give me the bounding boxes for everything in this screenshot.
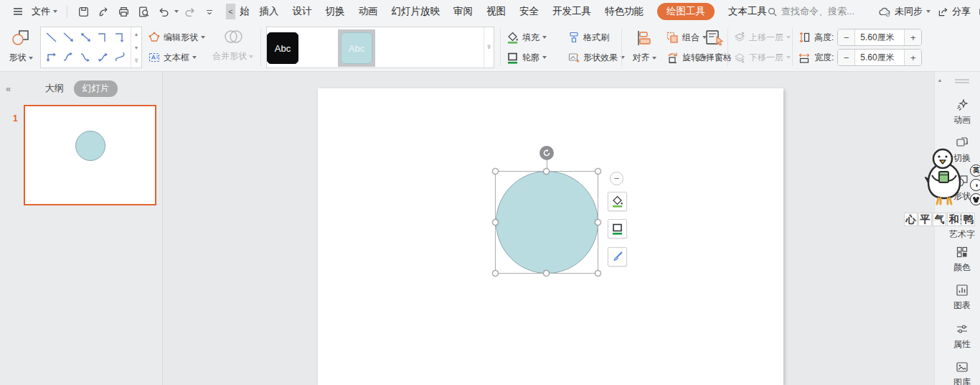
shape-double-arrow[interactable] xyxy=(77,28,94,47)
tab-view[interactable]: 视图 xyxy=(486,5,506,18)
slide-thumbnail-selected[interactable] xyxy=(24,105,156,205)
shape-curved-connector[interactable] xyxy=(60,47,77,67)
redo-button[interactable] xyxy=(180,3,199,20)
width-value-field[interactable]: 5.60厘米 xyxy=(854,50,905,65)
sidebar-item-chart[interactable]: 图表 xyxy=(944,283,980,312)
style-tile-3-selected[interactable]: Abc xyxy=(338,29,375,67)
shape-s-curve[interactable] xyxy=(112,47,129,67)
scroll-up-arrow[interactable]: ▲ xyxy=(935,78,945,83)
gallery-scroll-up-button[interactable]: ▲ xyxy=(131,27,141,41)
height-value-field[interactable]: 5.60厘米 xyxy=(854,29,905,45)
style-gallery-expand-button[interactable]: ⊽ xyxy=(484,27,494,68)
height-decrease-button[interactable]: − xyxy=(838,29,854,45)
shape-gallery-scroll: ▲ ▼ ⊽ xyxy=(131,27,141,68)
textbox-label: 文本框 xyxy=(164,52,189,64)
tab-review[interactable]: 审阅 xyxy=(453,5,473,18)
main-area: « 大纲 幻灯片 1 − xyxy=(0,72,980,385)
shapes-button[interactable]: 形状 xyxy=(4,26,37,69)
textbox-button[interactable]: 文本框 xyxy=(148,48,197,67)
tab-slides-active[interactable]: 幻灯片 xyxy=(74,80,118,97)
tab-animation[interactable]: 动画 xyxy=(359,5,378,18)
style-tile-6[interactable]: Abc xyxy=(267,32,298,64)
selection-handle-n[interactable] xyxy=(543,168,550,175)
fill-bucket-icon xyxy=(611,195,624,208)
file-menu-button[interactable]: 文件 xyxy=(29,5,60,18)
tab-text-tools[interactable]: 文本工具 xyxy=(728,5,767,18)
sync-status-button[interactable]: 未同步 xyxy=(879,5,930,18)
shape-curved-arrow-connector[interactable] xyxy=(77,47,94,67)
selection-pane-button[interactable]: 选择窗格 xyxy=(692,26,738,69)
chevron-down-icon xyxy=(652,57,656,60)
command-search-input[interactable]: 查找命令、搜索... xyxy=(767,5,872,18)
gallery-expand-button[interactable]: ⊽ xyxy=(131,54,141,68)
align-button[interactable]: 对齐 xyxy=(626,26,663,69)
send-backward-button-disabled[interactable]: 下移一层 xyxy=(733,48,791,67)
tab-developer[interactable]: 开发工具 xyxy=(552,5,591,18)
quick-fill-button[interactable] xyxy=(608,192,627,211)
export-pdf-button[interactable] xyxy=(94,3,113,20)
print-preview-button[interactable] xyxy=(134,3,153,20)
wps-presentation-window: { "menubar": { "file_label": "文件", "ribb… xyxy=(0,0,980,385)
width-control: 宽度: − 5.60厘米 + xyxy=(798,48,922,67)
height-control: 高度: − 5.60厘米 + xyxy=(798,28,922,47)
sidebar-item-animation[interactable]: 动画 xyxy=(944,98,980,126)
collapse-quick-tools-button[interactable]: − xyxy=(610,172,623,185)
quick-access-customize-button[interactable] xyxy=(200,3,219,20)
rotate-handle[interactable] xyxy=(540,146,554,160)
width-decrease-button[interactable]: − xyxy=(838,50,854,65)
height-increase-button[interactable]: + xyxy=(905,29,921,45)
ribbon-scroll-left-button[interactable]: < xyxy=(226,4,235,19)
gallery-scroll-down-button[interactable]: ▼ xyxy=(131,41,141,55)
quick-outline-button[interactable] xyxy=(608,219,627,238)
fill-button[interactable]: 填充 xyxy=(506,28,547,47)
edit-shape-button[interactable]: 编辑形状 xyxy=(148,28,205,47)
cloud-sync-icon xyxy=(879,6,891,17)
selection-handle-ne[interactable] xyxy=(595,168,601,175)
print-button[interactable] xyxy=(114,3,133,20)
shape-elbow-double-arrow[interactable] xyxy=(42,47,60,67)
selection-handle-w[interactable] xyxy=(492,219,499,226)
sidebar-item-transition[interactable]: 切换 xyxy=(944,136,980,164)
textbox-icon xyxy=(148,51,161,64)
shape-curved-double-arrow[interactable] xyxy=(95,47,112,67)
tab-outline[interactable]: 大纲 xyxy=(45,82,64,95)
selection-handle-s[interactable] xyxy=(543,270,550,277)
undo-button[interactable] xyxy=(154,3,173,20)
editing-canvas[interactable]: − xyxy=(163,72,934,385)
shapes-icon xyxy=(11,29,30,47)
selection-handle-e[interactable] xyxy=(595,219,601,226)
tab-slideshow[interactable]: 幻灯片放映 xyxy=(392,5,440,18)
collapse-panel-button[interactable]: « xyxy=(6,83,9,94)
share-button[interactable]: 分享 xyxy=(938,5,971,18)
canvas-vertical-scrollbar[interactable]: ▲ xyxy=(934,72,944,385)
quick-style-brush-button[interactable] xyxy=(608,247,627,266)
hamburger-menu-icon[interactable] xyxy=(9,3,27,20)
tab-home-partial[interactable]: 始 xyxy=(240,5,250,18)
tab-design[interactable]: 设计 xyxy=(293,5,312,18)
tab-transition[interactable]: 切换 xyxy=(326,5,345,18)
shape-arrow[interactable] xyxy=(60,28,77,47)
format-painter-button[interactable]: 格式刷 xyxy=(567,28,609,47)
bring-forward-button-disabled[interactable]: 上移一层 xyxy=(733,28,791,47)
shape-elbow-connector[interactable] xyxy=(95,28,112,47)
selection-handle-sw[interactable] xyxy=(492,270,499,277)
sidebar-item-properties[interactable]: 属性 xyxy=(944,322,980,351)
shape-effects-button[interactable]: 形状效果 xyxy=(567,48,625,67)
width-increase-button[interactable]: + xyxy=(905,50,921,65)
sidebar-item-colors[interactable]: 颜色 xyxy=(944,245,980,274)
selection-handle-nw[interactable] xyxy=(492,168,499,175)
sidebar-item-gallery[interactable]: 图库 xyxy=(944,360,980,385)
shape-line[interactable] xyxy=(42,28,60,47)
shape-elbow-arrow-connector[interactable] xyxy=(112,28,129,47)
outline-button[interactable]: 轮廓 xyxy=(506,48,547,67)
save-button[interactable] xyxy=(74,3,93,20)
undo-options-chevron[interactable] xyxy=(174,10,179,13)
sidebar-item-wordart[interactable]: 艺术字 xyxy=(944,212,980,241)
tab-security[interactable]: 安全 xyxy=(519,5,539,18)
sidebar-item-shapes[interactable]: 形状 xyxy=(944,174,980,203)
tab-insert[interactable]: 插入 xyxy=(260,5,279,18)
selection-handle-se[interactable] xyxy=(595,270,601,277)
tab-drawing-tools-active[interactable]: 绘图工具 xyxy=(657,3,715,20)
tab-special-features[interactable]: 特色功能 xyxy=(605,5,644,18)
sidebar-drag-handle[interactable] xyxy=(955,79,969,83)
